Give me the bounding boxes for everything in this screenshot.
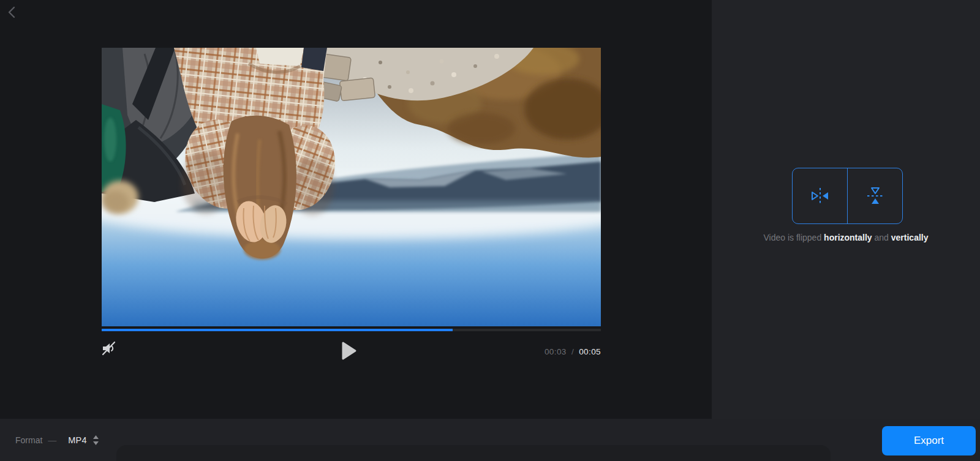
chevron-left-icon xyxy=(6,5,19,20)
export-button[interactable]: Export xyxy=(882,426,976,455)
format-select[interactable]: MP4 xyxy=(68,435,99,446)
time-separator: / xyxy=(571,347,574,356)
progress-bar[interactable] xyxy=(102,329,601,331)
app-root: 00:03 / 00:05 Video is flipped xyxy=(0,0,980,461)
flipped-video-frame-illustration xyxy=(102,48,601,326)
total-time: 00:05 xyxy=(579,347,601,356)
flip-vertical-icon xyxy=(866,186,884,206)
format-dash: — xyxy=(48,435,56,445)
flip-button-group xyxy=(792,168,903,224)
chevron-up-down-icon xyxy=(92,435,99,446)
flip-horizontal-icon xyxy=(810,187,831,205)
video-preview[interactable] xyxy=(102,48,601,326)
flip-horizontal-button[interactable] xyxy=(793,168,848,223)
format-value: MP4 xyxy=(68,435,86,445)
footer-inset-shadow xyxy=(116,445,831,461)
flip-status-caption: Video is flipped horizontally and vertic… xyxy=(712,233,980,242)
progress-fill xyxy=(102,329,453,331)
caption-vertically: vertically xyxy=(891,233,929,242)
format-label: Format xyxy=(15,435,42,445)
current-time: 00:03 xyxy=(545,347,567,356)
caption-horizontally: horizontally xyxy=(824,233,872,242)
flip-vertical-button[interactable] xyxy=(848,168,902,223)
back-button[interactable] xyxy=(4,4,21,21)
caption-and: and xyxy=(875,233,889,242)
caption-prefix: Video is flipped xyxy=(763,233,821,242)
footer-bar: Format — MP4 Export xyxy=(0,419,980,461)
side-panel: Video is flipped horizontally and vertic… xyxy=(712,0,980,419)
format-group: Format — MP4 xyxy=(15,419,99,461)
time-display: 00:03 / 00:05 xyxy=(102,347,601,356)
